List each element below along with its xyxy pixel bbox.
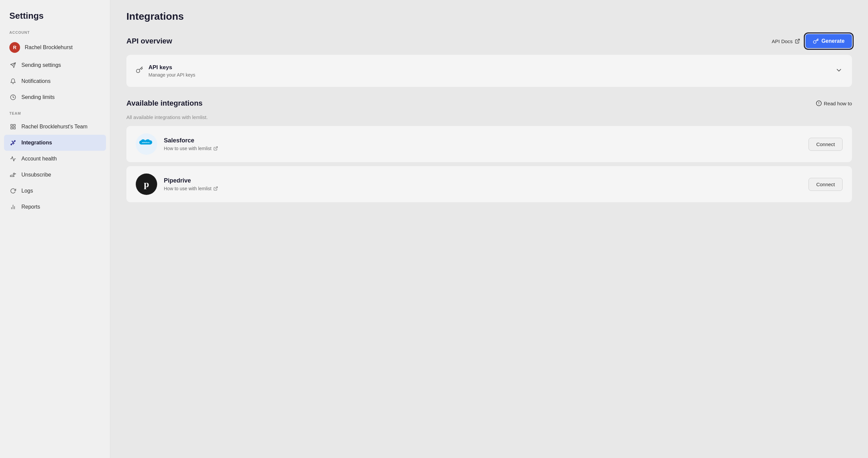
- api-keys-title: API keys: [149, 64, 830, 71]
- api-keys-sub: Manage your API keys: [149, 72, 830, 78]
- sidebar-item-label: Account health: [22, 156, 57, 162]
- sidebar-item-notifications[interactable]: Notifications: [0, 73, 110, 89]
- pipedrive-link[interactable]: How to use with lemlist: [164, 186, 802, 191]
- sidebar-item-user[interactable]: R Rachel Brocklehurst: [0, 38, 110, 57]
- api-overview-title: API overview: [126, 37, 172, 45]
- sidebar-item-label: Reports: [22, 204, 40, 210]
- api-keys-row: API keys Manage your API keys: [136, 64, 843, 78]
- chevron-down-icon[interactable]: [835, 66, 843, 75]
- generate-button[interactable]: Generate: [805, 34, 852, 48]
- pipedrive-logo-letter: p: [144, 179, 149, 189]
- avatar: R: [9, 42, 20, 53]
- api-docs-link[interactable]: API Docs: [772, 38, 800, 44]
- sidebar-item-label: Sending limits: [22, 94, 55, 100]
- team-section-label: TEAM: [0, 111, 110, 119]
- api-keys-info: API keys Manage your API keys: [149, 64, 830, 78]
- sidebar-item-team[interactable]: Rachel Brocklehurst's Team: [0, 119, 110, 135]
- page-title: Integrations: [126, 11, 852, 22]
- api-header-actions: API Docs Generate: [772, 34, 852, 48]
- sidebar-title: Settings: [0, 11, 110, 30]
- api-overview-card: API keys Manage your API keys: [126, 55, 852, 87]
- sidebar-item-sending-settings[interactable]: Sending settings: [0, 57, 110, 73]
- salesforce-info: Salesforce How to use with lemlist: [164, 137, 802, 151]
- pipedrive-name: Pipedrive: [164, 177, 802, 184]
- external-link-icon: [213, 146, 218, 151]
- api-overview-header: API overview API Docs Generate: [126, 34, 852, 48]
- pipedrive-connect-button[interactable]: Connect: [808, 178, 843, 191]
- account-section-label: ACCOUNT: [0, 30, 110, 38]
- pipedrive-logo: p: [136, 174, 157, 195]
- external-link-icon: [795, 38, 800, 44]
- salesforce-cloud-icon: salesforce: [139, 139, 154, 149]
- api-overview-section: API overview API Docs Generate: [126, 34, 852, 87]
- logs-icon: [9, 187, 17, 194]
- svg-rect-5: [11, 127, 12, 129]
- salesforce-name: Salesforce: [164, 137, 802, 144]
- sidebar-item-label: Rachel Brocklehurst's Team: [22, 124, 88, 130]
- read-how-to-label: Read how to: [824, 101, 852, 106]
- sidebar-item-label: Notifications: [22, 78, 51, 84]
- grid-icon: [9, 123, 17, 130]
- sidebar-item-unsubscribe[interactable]: Unsubscribe: [0, 167, 110, 183]
- info-icon: [816, 100, 822, 106]
- salesforce-integration-card: salesforce Salesforce How to use with le…: [126, 126, 852, 162]
- sidebar-item-label: Rachel Brocklehurst: [25, 44, 72, 51]
- activity-icon: [9, 155, 17, 162]
- svg-line-18: [215, 147, 217, 149]
- sidebar: Settings ACCOUNT R Rachel Brocklehurst S…: [0, 0, 110, 458]
- integrations-title: Available integrations: [126, 99, 203, 108]
- bell-icon: [9, 78, 17, 85]
- api-key-icon: [136, 66, 143, 75]
- sidebar-item-account-health[interactable]: Account health: [0, 151, 110, 167]
- pipedrive-integration-card: p Pipedrive How to use with lemlist Conn…: [126, 166, 852, 202]
- sidebar-item-sending-limits[interactable]: Sending limits: [0, 89, 110, 105]
- generate-label: Generate: [822, 38, 845, 44]
- main-content: Integrations API overview API Docs: [110, 0, 868, 458]
- sidebar-item-reports[interactable]: Reports: [0, 199, 110, 215]
- read-how-to-link[interactable]: Read how to: [816, 100, 852, 106]
- sidebar-item-label: Integrations: [22, 140, 52, 146]
- sidebar-item-label: Sending settings: [22, 62, 61, 68]
- svg-line-19: [215, 187, 217, 189]
- bar-chart-icon: [9, 203, 17, 211]
- available-integrations-section: Available integrations Read how to All a…: [126, 99, 852, 202]
- user-minus-icon: [9, 171, 17, 179]
- salesforce-connect-button[interactable]: Connect: [808, 138, 843, 151]
- integrations-header: Available integrations Read how to: [126, 99, 852, 108]
- svg-rect-6: [14, 127, 16, 129]
- svg-rect-3: [11, 124, 12, 126]
- svg-line-13: [797, 39, 799, 41]
- salesforce-link[interactable]: How to use with lemlist: [164, 146, 802, 151]
- salesforce-logo: salesforce: [136, 133, 157, 155]
- gauge-icon: [9, 94, 17, 101]
- svg-text:salesforce: salesforce: [142, 142, 150, 144]
- integrations-description: All available integrations with lemlist.: [126, 114, 852, 120]
- send-icon: [9, 62, 17, 69]
- svg-rect-4: [14, 124, 16, 126]
- svg-point-8: [11, 144, 12, 145]
- sidebar-item-logs[interactable]: Logs: [0, 183, 110, 199]
- api-docs-label: API Docs: [772, 38, 793, 44]
- key-icon: [813, 38, 819, 44]
- sidebar-item-label: Unsubscribe: [22, 172, 51, 178]
- external-link-icon: [213, 186, 218, 191]
- plug-icon: [9, 139, 17, 146]
- svg-point-7: [14, 141, 16, 142]
- sidebar-item-label: Logs: [22, 188, 33, 194]
- sidebar-item-integrations[interactable]: Integrations: [4, 135, 106, 151]
- pipedrive-info: Pipedrive How to use with lemlist: [164, 177, 802, 191]
